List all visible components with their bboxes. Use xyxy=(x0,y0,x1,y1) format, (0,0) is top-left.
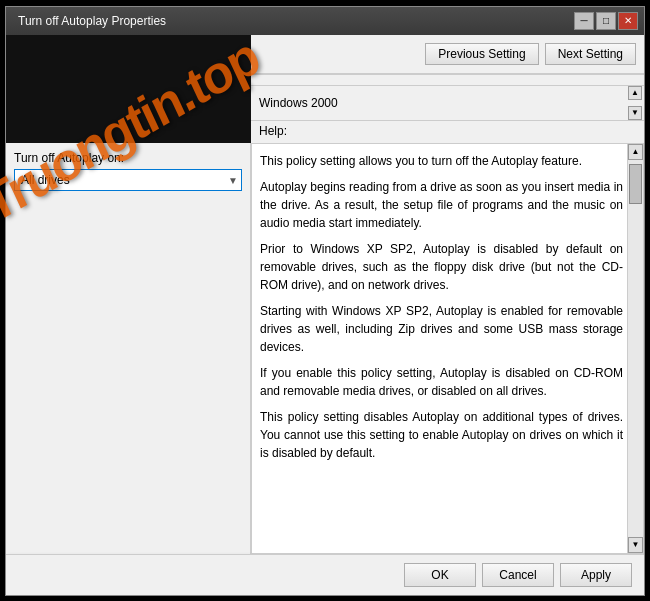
help-para-3: Prior to Windows XP SP2, Autoplay is dis… xyxy=(260,240,623,294)
supported-value: Windows 2000 xyxy=(259,96,338,110)
next-setting-button[interactable]: Next Setting xyxy=(545,43,636,65)
description-area xyxy=(251,74,644,75)
dropdown-container: All drives CD-ROM and removable media dr… xyxy=(14,169,242,191)
supported-value-area: Windows 2000 ▲ ▼ xyxy=(251,85,644,121)
nav-buttons-bar: Previous Setting Next Setting xyxy=(251,35,644,74)
left-settings-panel: Turn off Autoplay on: All drives CD-ROM … xyxy=(6,143,251,554)
content-area: Previous Setting Next Setting Windows 20… xyxy=(6,35,644,595)
minimize-button[interactable]: ─ xyxy=(574,12,594,30)
dropdown-label: Turn off Autoplay on: xyxy=(14,151,242,165)
autoplay-dropdown[interactable]: All drives CD-ROM and removable media dr… xyxy=(14,169,242,191)
help-para-1: This policy setting allows you to turn o… xyxy=(260,152,623,170)
supported-scrollbar: ▲ ▼ xyxy=(628,86,642,120)
main-body: Turn off Autoplay on: All drives CD-ROM … xyxy=(6,143,644,554)
window-title: Turn off Autoplay Properties xyxy=(18,14,166,28)
supported-row: Windows 2000 ▲ ▼ xyxy=(6,85,644,121)
help-para-2: Autoplay begins reading from a drive as … xyxy=(260,178,623,232)
help-scroll-thumb[interactable] xyxy=(629,164,642,204)
help-scroll-down[interactable]: ▼ xyxy=(628,537,643,553)
right-help-panel: This policy setting allows you to turn o… xyxy=(251,143,644,554)
help-row: Help: xyxy=(6,121,644,143)
close-button[interactable]: ✕ xyxy=(618,12,638,30)
scroll-down-arrow[interactable]: ▼ xyxy=(628,106,642,120)
help-text-container: This policy setting allows you to turn o… xyxy=(256,148,639,549)
right-top-area: Previous Setting Next Setting xyxy=(251,35,644,85)
previous-setting-button[interactable]: Previous Setting xyxy=(425,43,538,65)
help-para-5: If you enable this policy setting, Autop… xyxy=(260,364,623,400)
maximize-button[interactable]: □ xyxy=(596,12,616,30)
apply-button[interactable]: Apply xyxy=(560,563,632,587)
black-panel-help xyxy=(6,121,251,143)
ok-button[interactable]: OK xyxy=(404,563,476,587)
help-para-6: This policy setting disables Autoplay on… xyxy=(260,408,623,462)
black-panel-supported xyxy=(6,85,251,121)
help-scroll-up[interactable]: ▲ xyxy=(628,144,643,160)
help-label: Help: xyxy=(251,121,644,143)
title-bar: Turn off Autoplay Properties ─ □ ✕ xyxy=(6,7,644,35)
black-panel-top xyxy=(6,35,251,85)
help-scrollbar: ▲ ▼ xyxy=(627,144,643,553)
top-row: Previous Setting Next Setting xyxy=(6,35,644,85)
window-controls: ─ □ ✕ xyxy=(574,12,638,30)
main-window: Turn off Autoplay Properties ─ □ ✕ Previ… xyxy=(5,6,645,596)
help-scroll-track[interactable] xyxy=(628,160,643,537)
help-para-4: Starting with Windows XP SP2, Autoplay i… xyxy=(260,302,623,356)
scroll-up-arrow[interactable]: ▲ xyxy=(628,86,642,100)
bottom-bar: OK Cancel Apply xyxy=(6,554,644,595)
cancel-button[interactable]: Cancel xyxy=(482,563,554,587)
